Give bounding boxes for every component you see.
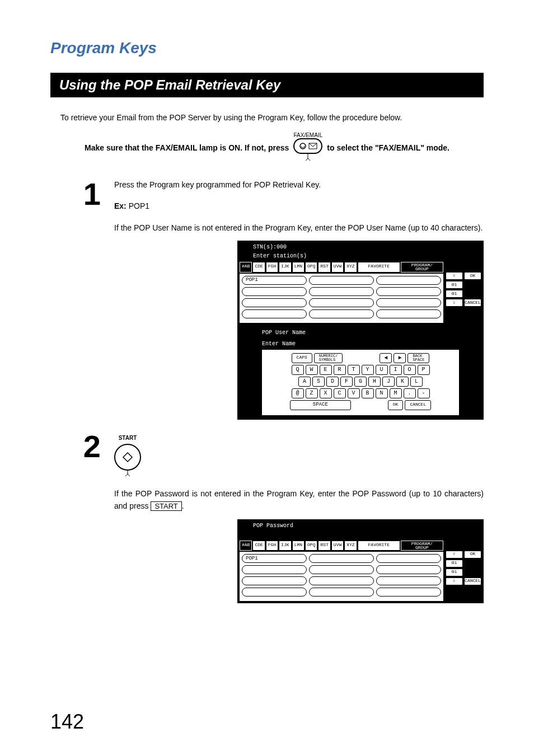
slot-empty[interactable] bbox=[376, 287, 441, 296]
key-d[interactable]: D bbox=[326, 377, 339, 387]
key-l[interactable]: L bbox=[410, 377, 423, 387]
tab-favorite[interactable]: FAVORITE bbox=[358, 262, 400, 272]
tab-fgh[interactable]: FGH bbox=[266, 262, 278, 272]
tab-favorite[interactable]: FAVORITE bbox=[358, 541, 400, 551]
tab-ab[interactable]: #AB bbox=[240, 262, 252, 272]
slot-empty[interactable] bbox=[242, 309, 307, 318]
key-h[interactable]: H bbox=[368, 377, 381, 387]
scroll-up-icon[interactable]: ⇧ bbox=[446, 551, 463, 558]
slot-empty[interactable] bbox=[242, 298, 307, 307]
start-button: START bbox=[114, 434, 141, 478]
step-2-post: . bbox=[182, 501, 184, 510]
slot-empty[interactable] bbox=[309, 287, 374, 296]
slot-empty[interactable] bbox=[376, 298, 441, 307]
fax-email-button: FAX/EMAIL bbox=[293, 132, 322, 163]
key-g[interactable]: G bbox=[354, 377, 367, 387]
key-right-icon[interactable]: ► bbox=[394, 353, 406, 363]
tab-cde[interactable]: CDE bbox=[252, 262, 265, 272]
key-left-icon[interactable]: ◄ bbox=[380, 353, 392, 363]
slot-empty[interactable] bbox=[242, 565, 307, 574]
slot-empty[interactable] bbox=[309, 565, 374, 574]
scroll-up-icon[interactable]: ⇧ bbox=[446, 272, 463, 280]
ex-value: POP1 bbox=[129, 201, 149, 210]
slot-empty[interactable] bbox=[376, 565, 441, 574]
key-ok[interactable]: OK bbox=[388, 400, 404, 410]
scroll-down-icon[interactable]: ⇩ bbox=[446, 299, 463, 307]
slot-empty[interactable] bbox=[309, 309, 374, 318]
tab-program-group[interactable]: PROGRAM/ GROUP bbox=[401, 541, 443, 551]
tab-xyz[interactable]: XYZ bbox=[344, 262, 357, 272]
slot-empty[interactable] bbox=[242, 287, 307, 296]
ok-button[interactable]: OK bbox=[464, 272, 481, 280]
section-banner: Using the POP Email Retrieval Key bbox=[50, 73, 484, 97]
slot-empty[interactable] bbox=[376, 309, 441, 318]
key-o[interactable]: O bbox=[404, 365, 416, 375]
key-cancel[interactable]: CANCEL bbox=[405, 400, 431, 410]
slot-empty[interactable] bbox=[309, 576, 374, 585]
key-p[interactable]: P bbox=[418, 365, 430, 375]
key-e[interactable]: E bbox=[320, 365, 332, 375]
tab-lmn[interactable]: LMN bbox=[292, 262, 305, 272]
key-numeric[interactable]: NUMERIC/ SYMBOLS bbox=[314, 353, 343, 363]
key-q[interactable]: Q bbox=[292, 365, 304, 375]
slot-empty[interactable] bbox=[309, 298, 374, 307]
step-1-number: 1 bbox=[73, 179, 101, 210]
slot-empty[interactable] bbox=[376, 554, 441, 563]
tab-uvw[interactable]: UVW bbox=[331, 262, 344, 272]
key-j[interactable]: J bbox=[382, 377, 395, 387]
key-b[interactable]: B bbox=[362, 388, 374, 398]
slot-empty[interactable] bbox=[309, 588, 374, 597]
tab-program-group[interactable]: PROGRAM/ GROUP bbox=[401, 262, 443, 272]
key-s[interactable]: S bbox=[312, 377, 325, 387]
slot-empty[interactable] bbox=[242, 588, 307, 597]
slot-empty[interactable] bbox=[376, 276, 441, 285]
slot-empty[interactable] bbox=[309, 554, 374, 563]
key-f[interactable]: F bbox=[340, 377, 353, 387]
key-caps[interactable]: CAPS bbox=[292, 353, 312, 363]
tab-ab[interactable]: #AB bbox=[240, 541, 252, 551]
key-m[interactable]: M bbox=[390, 388, 402, 398]
slot-pop1[interactable]: POP1 bbox=[242, 276, 307, 285]
scroll-down-icon[interactable]: ⇩ bbox=[446, 577, 463, 585]
key-v[interactable]: V bbox=[348, 388, 360, 398]
tab-rst[interactable]: RST bbox=[318, 262, 330, 272]
key-t[interactable]: T bbox=[348, 365, 360, 375]
key-z[interactable]: Z bbox=[306, 388, 318, 398]
screen-1-tabs: #AB CDE FGH IJK LMN OPQ RST UVW XYZ FAVO… bbox=[240, 262, 443, 272]
key-n[interactable]: N bbox=[376, 388, 388, 398]
key-y[interactable]: Y bbox=[362, 365, 374, 375]
tab-opq[interactable]: OPQ bbox=[305, 262, 317, 272]
tab-fgh[interactable]: FGH bbox=[266, 541, 278, 551]
tab-xyz[interactable]: XYZ bbox=[344, 541, 357, 551]
tab-ijk[interactable]: IJK bbox=[279, 541, 291, 551]
key-w[interactable]: W bbox=[306, 365, 318, 375]
key-a[interactable]: A bbox=[298, 377, 311, 387]
key-u[interactable]: U bbox=[376, 365, 388, 375]
key-space[interactable]: SPACE bbox=[290, 400, 351, 410]
tab-ijk[interactable]: IJK bbox=[279, 262, 291, 272]
tab-lmn[interactable]: LMN bbox=[292, 541, 305, 551]
cancel-button[interactable]: CANCEL bbox=[464, 577, 481, 585]
key-k[interactable]: K bbox=[396, 377, 409, 387]
slot-empty[interactable] bbox=[309, 276, 374, 285]
step-1-example: Ex: POP1 bbox=[114, 200, 484, 212]
key-r[interactable]: R bbox=[334, 365, 346, 375]
slot-empty[interactable] bbox=[376, 576, 441, 585]
key-i[interactable]: I bbox=[390, 365, 402, 375]
slot-empty[interactable] bbox=[242, 576, 307, 585]
tab-uvw[interactable]: UVW bbox=[331, 541, 344, 551]
key-backspace[interactable]: BACK SPACE bbox=[407, 353, 429, 363]
cancel-button[interactable]: CANCEL bbox=[464, 299, 481, 307]
ok-button[interactable]: OK bbox=[464, 551, 481, 558]
key-x[interactable]: X bbox=[320, 388, 332, 398]
tab-opq[interactable]: OPQ bbox=[305, 541, 317, 551]
slot-empty[interactable] bbox=[376, 588, 441, 597]
key-c[interactable]: C bbox=[334, 388, 346, 398]
fax-email-label: FAX/EMAIL bbox=[294, 132, 323, 138]
tab-rst[interactable]: RST bbox=[318, 541, 330, 551]
slot-pop1[interactable]: POP1 bbox=[242, 554, 307, 563]
key-dot[interactable]: . bbox=[404, 388, 416, 398]
key-at[interactable]: @ bbox=[292, 388, 304, 398]
tab-cde[interactable]: CDE bbox=[252, 541, 265, 551]
key-dash[interactable]: - bbox=[418, 388, 430, 398]
